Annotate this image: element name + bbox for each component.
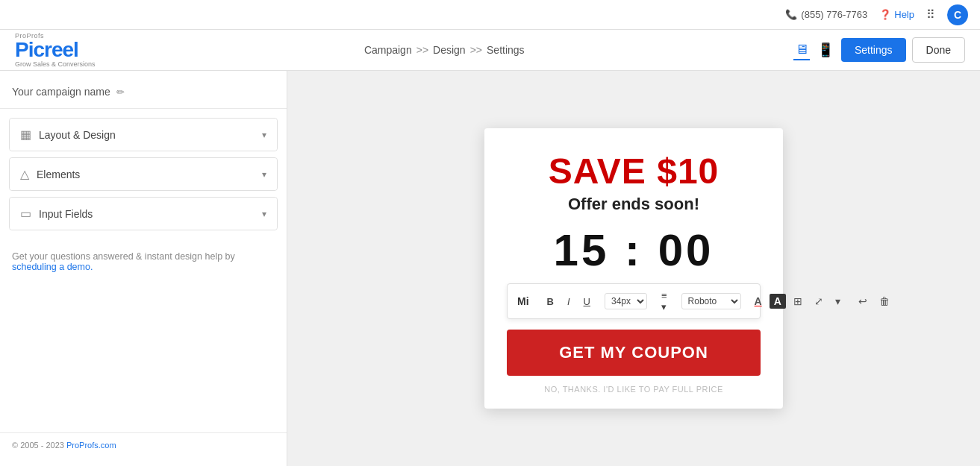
popup-dismiss-text[interactable]: NO, THANKS. I'D LIKE TO PAY FULL PRICE [507,385,761,394]
phone-icon: 📞 [785,9,797,20]
toolbar-italic-button[interactable]: I [562,294,575,309]
logo-brand: Picreel [15,40,96,60]
top-bar: 📞 (855) 776-7763 ❓ Help ⠿ C [0,0,980,30]
toolbar-text-color-button[interactable]: A [750,293,767,309]
elements-chevron: ▾ [262,169,266,180]
input-fields-chevron: ▾ [262,209,266,219]
popup-timer[interactable]: 15 : 00 [507,224,761,276]
edit-campaign-name-icon[interactable]: ✏ [116,86,125,98]
section-input-fields-left: ▭ Input Fields [20,207,93,221]
desktop-icon[interactable]: 🖥 [793,40,810,60]
sidebar: Your campaign name ✏ ▦ Layout & Design ▾… [0,71,287,466]
schedule-demo-link[interactable]: scheduling a demo. [12,262,93,272]
input-fields-icon: ▭ [20,207,31,221]
toolbar-undo-button[interactable]: ↩ [854,293,872,309]
toolbar-font-size-select[interactable]: 34px 12px 14px 16px 18px 24px 36px 48px [605,293,647,309]
toolbar-bg-color-button[interactable]: A [770,294,786,309]
layout-design-chevron: ▾ [262,130,266,140]
breadcrumb-sep1: >> [416,44,428,56]
device-icons: 🖥 📱 [793,40,835,60]
sidebar-help: Get your questions answered & instant de… [0,239,287,284]
breadcrumb-design[interactable]: Design [433,44,466,56]
main-layout: Your campaign name ✏ ▦ Layout & Design ▾… [0,71,980,466]
popup-headline[interactable]: SAVE $10 [507,151,761,192]
grid-icon[interactable]: ⠿ [926,7,935,22]
breadcrumb-campaign[interactable]: Campaign [364,44,412,56]
section-input-fields-header[interactable]: ▭ Input Fields ▾ [10,198,277,230]
breadcrumb-sep2: >> [470,44,482,56]
section-elements-header[interactable]: △ Elements ▾ [10,158,277,190]
sidebar-footer: © 2005 - 2023 ProProfs.com [0,432,287,457]
toolbar-bold-button[interactable]: B [542,294,559,309]
format-toolbar: Mi B I U 34px 12px 14px 16px 18px 24px 3… [507,283,761,319]
section-layout-design: ▦ Layout & Design ▾ [9,118,278,151]
toolbar-align-button[interactable]: ≡ ▾ [656,288,672,315]
logo: ProProfs Picreel Grow Sales & Conversion… [15,32,96,68]
layout-design-label: Layout & Design [39,129,116,141]
popup-cta-button[interactable]: GET MY COUPON [507,330,761,376]
popup-subheadline[interactable]: Offer ends soon! [507,195,761,214]
layout-design-icon: ▦ [20,127,31,142]
section-elements-left: △ Elements [20,167,80,181]
campaign-name-row: Your campaign name ✏ [0,80,287,109]
header-actions: 🖥 📱 Settings Done [793,37,965,63]
mobile-icon[interactable]: 📱 [816,40,835,60]
toolbar-resize-button[interactable]: ⤢ [810,293,828,309]
campaign-name-text: Your campaign name [12,86,110,98]
logo-tagline: Grow Sales & Conversions [15,60,96,68]
help-link[interactable]: ❓ Help [879,9,914,20]
breadcrumb-settings[interactable]: Settings [487,44,525,56]
section-layout-design-left: ▦ Layout & Design [20,127,116,142]
phone-number: 📞 (855) 776-7763 [785,9,867,20]
elements-icon: △ [20,167,29,181]
input-fields-label: Input Fields [39,208,93,220]
elements-label: Elements [37,169,80,180]
toolbar-mi: Mi [514,294,533,309]
settings-button[interactable]: Settings [841,38,906,62]
header: ProProfs Picreel Grow Sales & Conversion… [0,30,980,71]
section-elements: △ Elements ▾ [9,157,278,191]
toolbar-expand-button[interactable]: ▾ [831,293,845,309]
toolbar-font-family-select[interactable]: Roboto Arial Georgia Helvetica [681,293,741,309]
proprofs-link[interactable]: ProProfs.com [66,441,116,450]
popup-card: SAVE $10 Offer ends soon! 15 : 00 Mi B I… [484,128,783,409]
done-button[interactable]: Done [912,37,965,63]
canvas-area: SAVE $10 Offer ends soon! 15 : 00 Mi B I… [287,71,980,466]
section-layout-design-header[interactable]: ▦ Layout & Design ▾ [10,119,277,151]
toolbar-underline-button[interactable]: U [578,294,596,309]
section-input-fields: ▭ Input Fields ▾ [9,197,278,230]
avatar[interactable]: C [947,4,968,25]
toolbar-image-button[interactable]: ⊞ [789,293,807,309]
help-icon: ❓ [879,9,891,20]
breadcrumb: Campaign >> Design >> Settings [364,44,525,56]
toolbar-delete-button[interactable]: 🗑 [875,293,894,309]
